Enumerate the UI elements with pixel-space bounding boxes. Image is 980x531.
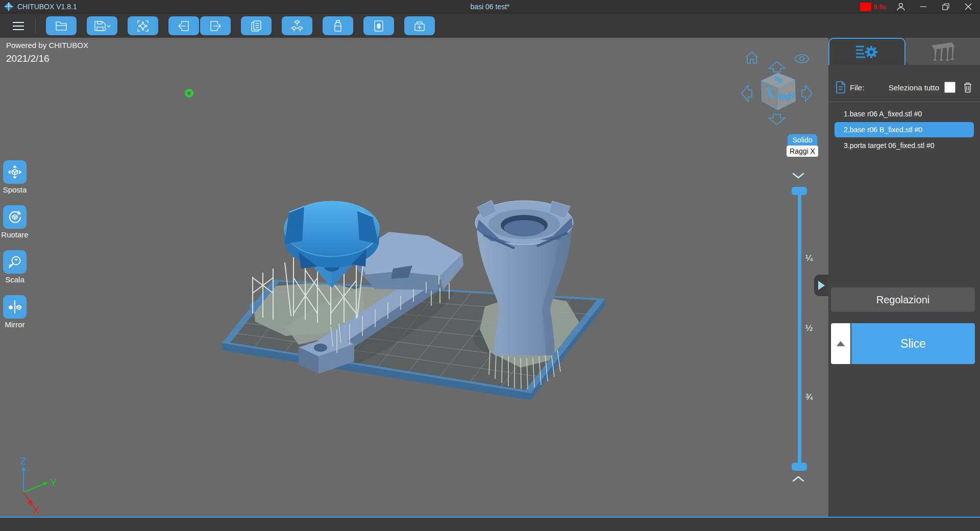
mirror-icon — [7, 299, 22, 315]
file-list: 1.base r06 A_fixed.stl #0 2.base r06 B_f… — [828, 106, 980, 153]
toolbar — [0, 13, 980, 38]
eye-icon — [794, 54, 810, 64]
exposure-button[interactable] — [363, 16, 394, 35]
origin-marker — [185, 89, 193, 98]
rotate-view-left-button[interactable] — [741, 85, 752, 104]
chevron-down-icon — [792, 173, 804, 179]
file-item[interactable]: 1.base r06 A_fixed.stl #0 — [835, 106, 974, 122]
scale-icon — [7, 254, 22, 270]
menu-button[interactable] — [13, 22, 24, 30]
copy-icon — [250, 19, 263, 33]
axis-triad: Z Y X — [9, 456, 65, 515]
xray-mode-button[interactable]: Raggi X — [787, 146, 818, 157]
import-button[interactable] — [168, 16, 199, 35]
screenshot-button[interactable] — [128, 16, 158, 35]
timer-text: 9.9s — [873, 3, 886, 11]
slider-threequarter-label: ¾ — [805, 392, 822, 402]
rotate-tool-label: Ruotare — [1, 230, 28, 239]
toolbar-separator — [35, 18, 36, 34]
document-title: basi 06 test* — [470, 3, 509, 11]
panel-collapse-handle[interactable] — [814, 275, 828, 296]
axis-x-label: X — [33, 504, 39, 515]
rotate-view-down-button[interactable] — [768, 114, 786, 127]
main-area: Powered by CHITUBOX 2021/2/16 Sposta — [0, 38, 980, 517]
export-icon — [209, 19, 222, 33]
file-icon — [836, 81, 846, 93]
powered-by-watermark: Powered by CHITUBOX — [6, 41, 88, 50]
arrow-right-icon — [801, 85, 813, 102]
save-button[interactable] — [87, 16, 117, 35]
tab-support[interactable] — [905, 38, 980, 65]
layer-slider-bottom-handle[interactable] — [792, 463, 807, 471]
arrow-left-icon — [741, 85, 752, 102]
status-bar — [0, 517, 980, 531]
exposure-screen-icon — [372, 19, 385, 33]
add-box-button[interactable] — [404, 16, 435, 35]
scale-tool-label: Scala — [5, 275, 24, 284]
home-view-button[interactable] — [745, 51, 759, 66]
arrow-up-icon — [768, 61, 786, 73]
tab-settings[interactable] — [828, 38, 905, 65]
resin-button[interactable] — [323, 16, 353, 35]
move-tool-label: Sposta — [3, 185, 27, 194]
rotate-icon — [7, 209, 22, 225]
open-file-button[interactable] — [46, 16, 77, 35]
select-all-checkbox[interactable] — [944, 82, 955, 93]
view-cube[interactable]: Top Front Right — [759, 72, 797, 115]
rotate-view-right-button[interactable] — [801, 85, 813, 104]
build-plate-scene[interactable] — [0, 38, 828, 517]
triangle-right-icon — [818, 281, 825, 290]
account-icon[interactable] — [893, 0, 909, 13]
settings-gear-icon — [855, 43, 878, 61]
open-folder-icon — [55, 19, 68, 33]
rotate-tool-button[interactable]: Ruotare — [1, 205, 29, 250]
slider-half-label: ½ — [805, 323, 822, 333]
layer-slider-top-handle[interactable] — [792, 187, 807, 195]
trash-icon[interactable] — [963, 82, 973, 93]
file-label: File: — [850, 83, 864, 92]
copy-button[interactable] — [241, 16, 272, 35]
layer-step-down-button[interactable] — [792, 172, 804, 181]
triangle-up-icon — [837, 341, 845, 346]
import-icon — [177, 19, 190, 33]
adjustments-button[interactable]: Regolazioni — [831, 287, 975, 312]
save-icon — [93, 19, 111, 33]
export-button[interactable] — [200, 16, 231, 35]
transform-tools: Sposta Ruotare Scala — [1, 160, 29, 340]
minimize-button[interactable] — [916, 0, 931, 13]
slice-button[interactable]: Slice — [851, 323, 975, 364]
app-title: CHITUBOX V1.8.1 — [17, 3, 77, 11]
chitubox-logo-icon — [4, 2, 13, 11]
move-tool-button[interactable]: Sposta — [1, 160, 29, 205]
restore-button[interactable] — [938, 0, 953, 13]
chitubox-window: CHITUBOX V1.8.1 basi 06 test* 9.9s — [0, 0, 980, 531]
file-section-header: File: Seleziona tutto — [828, 78, 980, 96]
panel-tabs — [828, 38, 980, 65]
auto-layout-button[interactable] — [282, 16, 312, 35]
select-all-label: Seleziona tutto — [889, 83, 939, 92]
close-button[interactable] — [961, 0, 976, 13]
resin-bottle-icon — [331, 19, 345, 33]
axis-z-label: Z — [20, 456, 27, 467]
mirror-tool-button[interactable]: Mirror — [1, 295, 29, 340]
layer-slider-track[interactable] — [798, 191, 801, 467]
layer-step-up-button[interactable] — [792, 475, 804, 484]
date-watermark: 2021/2/16 — [6, 53, 50, 64]
viewport-3d[interactable]: Powered by CHITUBOX 2021/2/16 Sposta — [0, 38, 828, 517]
file-item[interactable]: 2.base r06 B_fixed.stl #0 — [835, 122, 974, 137]
axis-y-label: Y — [50, 477, 57, 488]
titlebar-right: 9.9s — [860, 0, 976, 13]
solid-mode-button[interactable]: Solido — [788, 134, 817, 146]
file-item[interactable]: 3.porta target 06_fixed.stl #0 — [835, 138, 974, 153]
screenshot-icon — [136, 19, 150, 33]
auto-layout-icon — [290, 19, 304, 33]
support-icon — [928, 41, 957, 62]
timer-badge — [860, 3, 871, 11]
titlebar: CHITUBOX V1.8.1 basi 06 test* 9.9s — [0, 0, 980, 13]
slice-row: Slice — [831, 323, 975, 364]
scale-tool-button[interactable]: Scala — [1, 250, 29, 295]
slice-options-button[interactable] — [831, 323, 850, 364]
file-divider — [828, 102, 980, 102]
perspective-toggle-button[interactable] — [794, 54, 810, 66]
render-mode-toggle: Solido Raggi X — [786, 134, 819, 157]
